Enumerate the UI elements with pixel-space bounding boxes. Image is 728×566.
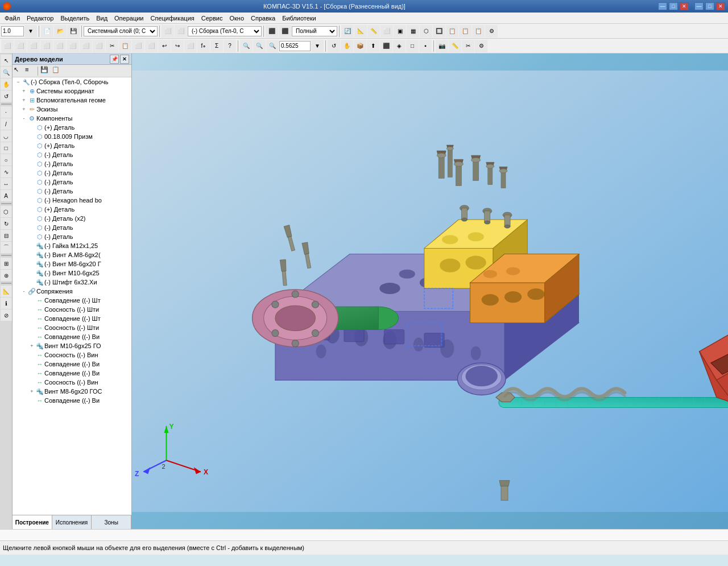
tb2-btn2[interactable]: ⬜ bbox=[14, 40, 27, 52]
lt-mate[interactable]: ⊛ bbox=[1, 270, 12, 281]
lt-spline[interactable]: ∿ bbox=[1, 166, 12, 177]
tree-item[interactable]: 🔩 (-) Гайка М12x1,25 bbox=[13, 241, 131, 250]
save-btn[interactable]: 💾 bbox=[67, 25, 80, 38]
tree-item[interactable]: ⬡ (-) Деталь (x2) bbox=[13, 214, 131, 223]
lt-zoom[interactable]: 🔍 bbox=[1, 67, 12, 78]
tb-btn6[interactable]: 📐 bbox=[354, 25, 367, 38]
tb2-btn12[interactable]: ⬜ bbox=[145, 40, 158, 52]
menu-service[interactable]: Сервис bbox=[198, 14, 226, 23]
3d-viewport[interactable]: Y X Z 2 bbox=[132, 53, 728, 529]
tb-btn3[interactable]: ⬛ bbox=[266, 25, 278, 38]
tb-btn4[interactable]: ⬛ bbox=[279, 25, 291, 38]
tree-item[interactable]: + ⊞ Вспомогательная геоме bbox=[13, 96, 131, 105]
zoom-out-btn[interactable]: 🔍 bbox=[266, 40, 279, 52]
rotate-btn[interactable]: ↺ bbox=[328, 40, 340, 52]
zoom-value-input[interactable] bbox=[279, 41, 311, 51]
tree-item[interactable]: ↔ Соосность ((-) Вин bbox=[13, 378, 131, 387]
tb2-btn15[interactable]: ⬜ bbox=[184, 40, 197, 52]
menu-libraries[interactable]: Библиотеки bbox=[279, 14, 320, 23]
tree-item[interactable]: ⬡ (-) Деталь bbox=[13, 177, 131, 187]
tree-item[interactable]: ⬡ (-) Деталь bbox=[13, 168, 131, 177]
tb2-btn1[interactable]: ⬜ bbox=[1, 40, 14, 52]
tree-expand-icon[interactable]: + bbox=[28, 342, 35, 349]
tree-item[interactable]: ↔ Совпадение ((-) Ви bbox=[13, 360, 131, 369]
tb2-btn9[interactable]: ✂ bbox=[106, 40, 118, 52]
measure-btn[interactable]: 📏 bbox=[449, 40, 461, 52]
tree-item[interactable]: - 🔗 Сопряжения bbox=[13, 287, 131, 296]
tree-pin-btn[interactable]: 📌 bbox=[110, 55, 119, 64]
tree-item[interactable]: + ✏ Эскизы bbox=[13, 105, 131, 114]
tree-item[interactable]: ↔ Совпадение ((-) Ви bbox=[13, 369, 131, 378]
menu-file[interactable]: Файл bbox=[1, 14, 23, 23]
tree-item[interactable]: + ⊕ Системы координат bbox=[13, 86, 131, 96]
menu-spec[interactable]: Спецификация bbox=[147, 14, 198, 23]
tb-btn15[interactable]: 📋 bbox=[472, 25, 485, 38]
tree-expand-icon[interactable]: + bbox=[20, 106, 27, 113]
tree-expand-icon[interactable]: - bbox=[20, 288, 27, 295]
lt-measure2[interactable]: 📐 bbox=[1, 286, 12, 297]
tb-btn1[interactable]: ⬜ bbox=[162, 25, 174, 38]
tb2-btn13[interactable]: ↩ bbox=[158, 40, 171, 52]
tb-btn8[interactable]: ⬜ bbox=[380, 25, 393, 38]
view-front-btn[interactable]: ⬛ bbox=[380, 40, 392, 52]
section-btn[interactable]: ✂ bbox=[462, 40, 474, 52]
tree-item[interactable]: ⬡ (-) Деталь bbox=[13, 150, 131, 159]
tab-build[interactable]: Построение bbox=[13, 515, 52, 529]
lt-extrude[interactable]: ⬡ bbox=[1, 206, 12, 217]
tb2-btn3[interactable]: ⬜ bbox=[27, 40, 40, 52]
open-btn[interactable]: 📂 bbox=[54, 25, 67, 38]
settings-btn[interactable]: ⚙ bbox=[475, 40, 487, 52]
app-minimize-btn[interactable]: — bbox=[658, 2, 667, 10]
zoom-val-dropdown[interactable]: ▼ bbox=[311, 40, 324, 52]
tb-btn13[interactable]: 📋 bbox=[446, 25, 458, 38]
menu-select[interactable]: Выделить bbox=[57, 14, 93, 23]
menu-edit[interactable]: Редактор bbox=[23, 14, 57, 23]
tb-btn5[interactable]: 🔄 bbox=[341, 25, 354, 38]
lt-text[interactable]: A bbox=[1, 190, 12, 201]
lt-point[interactable]: · bbox=[1, 106, 12, 118]
app-close-btn[interactable]: ✕ bbox=[680, 2, 689, 10]
tree-tb1[interactable]: ↖ bbox=[14, 66, 24, 76]
zoom-fit-btn[interactable]: 🔍 bbox=[240, 40, 253, 52]
zoom-in-btn[interactable]: 🔍 bbox=[253, 40, 266, 52]
tree-tb3[interactable]: 💾 bbox=[40, 66, 51, 76]
tree-item[interactable]: ⬡ (+) Деталь bbox=[13, 141, 131, 150]
lt-rotate[interactable]: ↺ bbox=[1, 90, 12, 102]
tree-expand-icon[interactable]: + bbox=[28, 388, 35, 395]
tb2-btn17[interactable]: Σ bbox=[210, 40, 223, 52]
tb-btn16[interactable]: ⚙ bbox=[485, 25, 498, 38]
tb-btn2[interactable]: ⬜ bbox=[175, 25, 187, 38]
lt-rect[interactable]: □ bbox=[1, 142, 12, 154]
tree-item[interactable]: ↔ Соосность ((-) Вин bbox=[13, 350, 131, 360]
app-maximize-btn[interactable]: □ bbox=[669, 2, 678, 10]
view3d-btn[interactable]: 📦 bbox=[354, 40, 366, 52]
lt-revolve[interactable]: ↻ bbox=[1, 218, 12, 229]
menu-operations[interactable]: Операции bbox=[111, 14, 147, 23]
layer-select[interactable]: Системный слой (0; С bbox=[84, 26, 158, 36]
tree-item[interactable]: ↔ Соосность ((-) Шти bbox=[13, 323, 131, 332]
tb2-btn8[interactable]: ⬜ bbox=[93, 40, 105, 52]
tree-item[interactable]: + 🔩 Винт М8-6gx20 ГОС bbox=[13, 387, 131, 396]
tree-item[interactable]: ↔ Совпадение ((-) Шт bbox=[13, 314, 131, 323]
win-maximize-btn[interactable]: □ bbox=[705, 2, 714, 10]
tb2-btn4[interactable]: ⬜ bbox=[40, 40, 53, 52]
root-expand-icon[interactable]: − bbox=[15, 79, 22, 85]
tree-item[interactable]: ⬡ (-) Деталь bbox=[13, 159, 131, 168]
win-close-btn[interactable]: ✕ bbox=[716, 2, 725, 10]
lt-section[interactable]: ⊘ bbox=[1, 309, 12, 321]
tb2-btn14[interactable]: ↪ bbox=[171, 40, 184, 52]
menu-view[interactable]: Вид bbox=[93, 14, 111, 23]
tb2-btn10[interactable]: 📋 bbox=[119, 40, 131, 52]
lt-comp[interactable]: ⊞ bbox=[1, 258, 12, 269]
tree-item[interactable]: 🔩 (-) Винт А.М8-6gx2( bbox=[13, 250, 131, 259]
tree-expand-icon[interactable]: + bbox=[20, 97, 27, 104]
view-select[interactable]: Полный bbox=[292, 26, 337, 36]
lt-select[interactable]: ↖ bbox=[1, 55, 12, 66]
lt-dim[interactable]: ↔ bbox=[1, 178, 12, 189]
tree-expand-icon[interactable]: - bbox=[20, 115, 27, 122]
menu-window[interactable]: Окно bbox=[226, 14, 247, 23]
tb-btn10[interactable]: ▦ bbox=[407, 25, 419, 38]
tb2-btn16[interactable]: f∘ bbox=[197, 40, 210, 52]
tb-btn11[interactable]: ⬡ bbox=[420, 25, 432, 38]
new-btn[interactable]: 📄 bbox=[41, 25, 53, 38]
